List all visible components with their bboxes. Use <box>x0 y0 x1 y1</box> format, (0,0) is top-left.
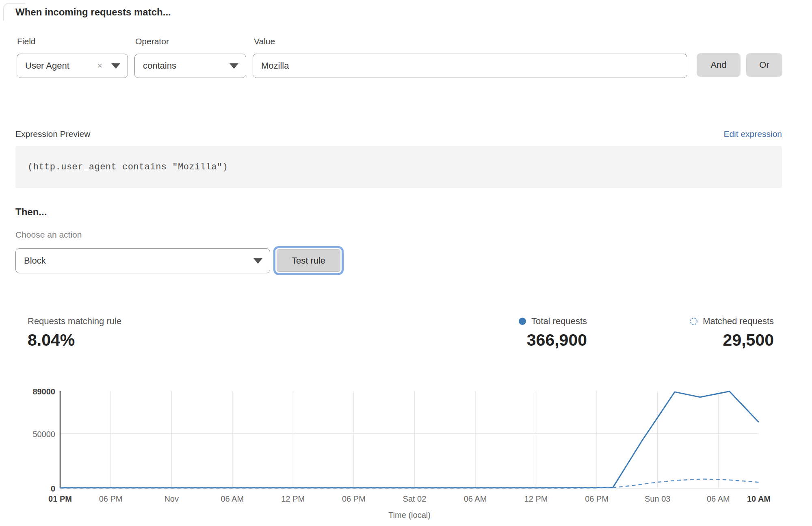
requests-matching-stat: Requests matching rule 8.04% <box>28 316 121 350</box>
matched-requests-value: 29,500 <box>690 331 774 350</box>
operator-select-value: contains <box>143 61 176 71</box>
page-title: When incoming requests match... <box>15 6 171 18</box>
svg-text:Sat 02: Sat 02 <box>403 494 427 503</box>
chevron-down-icon <box>230 63 238 69</box>
matched-requests-stat: Matched requests 29,500 <box>690 316 774 350</box>
chevron-down-icon <box>111 63 120 69</box>
svg-text:06 AM: 06 AM <box>707 494 730 503</box>
then-heading: Then... <box>15 206 47 218</box>
total-requests-label: Total requests <box>531 316 587 327</box>
requests-chart: 8900050000001 PM06 PMNov06 AM12 PM06 PMS… <box>0 380 812 524</box>
expression-preview-label: Expression Preview <box>15 129 90 139</box>
svg-text:06 PM: 06 PM <box>99 494 123 503</box>
svg-text:01 PM: 01 PM <box>48 494 72 503</box>
field-label: Field <box>17 37 36 46</box>
action-select-value: Block <box>24 255 46 266</box>
svg-text:06 AM: 06 AM <box>464 494 487 503</box>
svg-text:Time (local): Time (local) <box>388 511 431 520</box>
total-requests-dot-icon <box>518 317 526 325</box>
svg-text:Nov: Nov <box>164 494 179 503</box>
operator-label: Operator <box>135 37 169 46</box>
value-label: Value <box>254 37 275 46</box>
chevron-down-icon <box>253 258 262 264</box>
choose-action-label: Choose an action <box>15 230 82 240</box>
total-requests-stat: Total requests 366,900 <box>518 316 587 350</box>
svg-text:89000: 89000 <box>32 387 55 396</box>
clear-icon[interactable]: × <box>97 61 102 70</box>
action-select[interactable]: Block <box>15 248 270 273</box>
rule-test-page: When incoming requests match... Field Op… <box>0 0 812 526</box>
total-requests-value: 366,900 <box>518 331 587 350</box>
svg-text:06 AM: 06 AM <box>221 494 244 503</box>
svg-text:06 PM: 06 PM <box>342 494 366 503</box>
matched-requests-dashed-circle-icon <box>690 317 698 325</box>
svg-text:10 AM: 10 AM <box>747 494 771 503</box>
field-select[interactable]: User Agent × <box>17 54 128 78</box>
svg-text:12 PM: 12 PM <box>281 494 305 503</box>
edit-expression-link[interactable]: Edit expression <box>723 129 782 139</box>
operator-select[interactable]: contains <box>134 54 246 78</box>
matched-requests-label: Matched requests <box>703 316 774 327</box>
svg-text:Sun 03: Sun 03 <box>645 494 670 503</box>
value-input[interactable] <box>253 54 687 78</box>
and-button[interactable]: And <box>697 53 741 77</box>
svg-text:0: 0 <box>51 484 55 493</box>
svg-text:50000: 50000 <box>32 430 55 439</box>
expression-code: (http.user_agent contains "Mozilla") <box>28 162 228 172</box>
svg-text:06 PM: 06 PM <box>585 494 608 503</box>
svg-text:12 PM: 12 PM <box>524 494 548 503</box>
or-button[interactable]: Or <box>746 53 782 77</box>
field-select-value: User Agent <box>25 61 69 71</box>
expression-preview-box: (http.user_agent contains "Mozilla") <box>15 146 782 188</box>
requests-matching-label: Requests matching rule <box>28 316 121 327</box>
test-rule-button[interactable]: Test rule <box>277 249 340 272</box>
requests-matching-value: 8.04% <box>28 331 121 350</box>
